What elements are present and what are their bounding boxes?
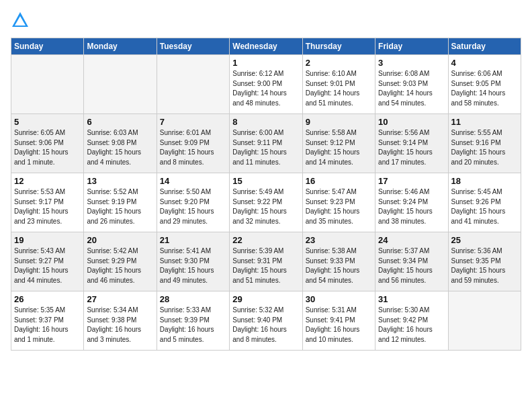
day-info: Sunrise: 6:08 AM Sunset: 9:03 PM Dayligh…: [378, 69, 445, 108]
calendar-cell: 22Sunrise: 5:39 AM Sunset: 9:31 PM Dayli…: [230, 232, 302, 291]
calendar-table: SundayMondayTuesdayWednesdayThursdayFrid…: [11, 38, 521, 351]
calendar-week-row: 5Sunrise: 6:05 AM Sunset: 9:06 PM Daylig…: [11, 114, 521, 173]
calendar-cell: 9Sunrise: 5:58 AM Sunset: 9:12 PM Daylig…: [302, 114, 375, 173]
day-info: Sunrise: 5:36 AM Sunset: 9:35 PM Dayligh…: [451, 246, 518, 285]
day-number: 1: [232, 58, 299, 68]
day-number: 13: [87, 176, 153, 186]
day-header: Monday: [84, 38, 157, 55]
day-info: Sunrise: 5:53 AM Sunset: 9:17 PM Dayligh…: [14, 187, 81, 226]
day-header: Tuesday: [157, 38, 229, 55]
day-info: Sunrise: 5:38 AM Sunset: 9:33 PM Dayligh…: [306, 246, 372, 285]
calendar-cell: 7Sunrise: 6:01 AM Sunset: 9:09 PM Daylig…: [157, 114, 229, 173]
day-number: 6: [87, 117, 153, 127]
day-info: Sunrise: 5:46 AM Sunset: 9:24 PM Dayligh…: [378, 187, 445, 226]
calendar-cell: 20Sunrise: 5:42 AM Sunset: 9:29 PM Dayli…: [84, 232, 157, 291]
day-info: Sunrise: 6:10 AM Sunset: 9:01 PM Dayligh…: [306, 69, 372, 108]
calendar-cell: 1Sunrise: 6:12 AM Sunset: 9:00 PM Daylig…: [230, 55, 302, 114]
day-info: Sunrise: 5:50 AM Sunset: 9:20 PM Dayligh…: [160, 187, 226, 226]
day-info: Sunrise: 6:00 AM Sunset: 9:11 PM Dayligh…: [232, 128, 299, 167]
day-info: Sunrise: 6:12 AM Sunset: 9:00 PM Dayligh…: [232, 69, 299, 108]
calendar-cell: 26Sunrise: 5:35 AM Sunset: 9:37 PM Dayli…: [11, 291, 84, 351]
day-header: Saturday: [448, 38, 521, 55]
day-number: 23: [306, 235, 372, 245]
day-info: Sunrise: 5:52 AM Sunset: 9:19 PM Dayligh…: [87, 187, 153, 226]
calendar-cell: 16Sunrise: 5:47 AM Sunset: 9:23 PM Dayli…: [302, 173, 375, 232]
day-number: 26: [14, 294, 81, 304]
day-number: 17: [378, 176, 445, 186]
calendar-cell: 8Sunrise: 6:00 AM Sunset: 9:11 PM Daylig…: [230, 114, 302, 173]
page-header: [11, 11, 521, 30]
calendar-cell: 3Sunrise: 6:08 AM Sunset: 9:03 PM Daylig…: [375, 55, 448, 114]
calendar-cell: 6Sunrise: 6:03 AM Sunset: 9:08 PM Daylig…: [84, 114, 157, 173]
logo-icon: [11, 11, 30, 30]
day-number: 12: [14, 176, 81, 186]
calendar-cell: 15Sunrise: 5:49 AM Sunset: 9:22 PM Dayli…: [230, 173, 302, 232]
calendar-cell: 31Sunrise: 5:30 AM Sunset: 9:42 PM Dayli…: [375, 291, 448, 351]
day-info: Sunrise: 5:35 AM Sunset: 9:37 PM Dayligh…: [14, 306, 81, 345]
day-info: Sunrise: 5:55 AM Sunset: 9:16 PM Dayligh…: [451, 128, 518, 167]
day-number: 5: [14, 117, 81, 127]
day-header: Wednesday: [230, 38, 302, 55]
day-info: Sunrise: 6:06 AM Sunset: 9:05 PM Dayligh…: [451, 69, 518, 108]
day-number: 25: [451, 235, 518, 245]
calendar-cell: [84, 55, 157, 114]
day-info: Sunrise: 5:31 AM Sunset: 9:41 PM Dayligh…: [306, 306, 372, 345]
calendar-week-row: 12Sunrise: 5:53 AM Sunset: 9:17 PM Dayli…: [11, 173, 521, 232]
day-number: 19: [14, 235, 81, 245]
calendar-cell: 27Sunrise: 5:34 AM Sunset: 9:38 PM Dayli…: [84, 291, 157, 351]
day-number: 16: [306, 176, 372, 186]
day-info: Sunrise: 6:01 AM Sunset: 9:09 PM Dayligh…: [160, 128, 226, 167]
logo: [11, 11, 31, 30]
day-info: Sunrise: 5:47 AM Sunset: 9:23 PM Dayligh…: [306, 187, 372, 226]
day-number: 4: [451, 58, 518, 68]
calendar-cell: [11, 55, 84, 114]
day-info: Sunrise: 5:30 AM Sunset: 9:42 PM Dayligh…: [378, 306, 445, 345]
day-number: 3: [378, 58, 445, 68]
day-number: 30: [306, 294, 372, 304]
day-number: 14: [160, 176, 226, 186]
day-info: Sunrise: 5:43 AM Sunset: 9:27 PM Dayligh…: [14, 246, 81, 285]
day-number: 20: [87, 235, 153, 245]
day-number: 24: [378, 235, 445, 245]
day-number: 9: [306, 117, 372, 127]
day-number: 8: [232, 117, 299, 127]
day-number: 2: [306, 58, 372, 68]
calendar-cell: 14Sunrise: 5:50 AM Sunset: 9:20 PM Dayli…: [157, 173, 229, 232]
calendar-cell: 5Sunrise: 6:05 AM Sunset: 9:06 PM Daylig…: [11, 114, 84, 173]
calendar-cell: 13Sunrise: 5:52 AM Sunset: 9:19 PM Dayli…: [84, 173, 157, 232]
day-info: Sunrise: 5:41 AM Sunset: 9:30 PM Dayligh…: [160, 246, 226, 285]
day-header: Friday: [375, 38, 448, 55]
day-number: 31: [378, 294, 445, 304]
day-info: Sunrise: 5:49 AM Sunset: 9:22 PM Dayligh…: [232, 187, 299, 226]
day-info: Sunrise: 5:32 AM Sunset: 9:40 PM Dayligh…: [232, 306, 299, 345]
calendar-cell: 17Sunrise: 5:46 AM Sunset: 9:24 PM Dayli…: [375, 173, 448, 232]
day-info: Sunrise: 5:42 AM Sunset: 9:29 PM Dayligh…: [87, 246, 153, 285]
day-number: 7: [160, 117, 226, 127]
calendar-cell: 28Sunrise: 5:33 AM Sunset: 9:39 PM Dayli…: [157, 291, 229, 351]
calendar-week-row: 19Sunrise: 5:43 AM Sunset: 9:27 PM Dayli…: [11, 232, 521, 291]
day-number: 29: [232, 294, 299, 304]
day-number: 22: [232, 235, 299, 245]
day-info: Sunrise: 5:34 AM Sunset: 9:38 PM Dayligh…: [87, 306, 153, 345]
day-number: 18: [451, 176, 518, 186]
calendar-cell: 4Sunrise: 6:06 AM Sunset: 9:05 PM Daylig…: [448, 55, 521, 114]
day-number: 27: [87, 294, 153, 304]
calendar-cell: 19Sunrise: 5:43 AM Sunset: 9:27 PM Dayli…: [11, 232, 84, 291]
day-info: Sunrise: 5:45 AM Sunset: 9:26 PM Dayligh…: [451, 187, 518, 226]
calendar-cell: 21Sunrise: 5:41 AM Sunset: 9:30 PM Dayli…: [157, 232, 229, 291]
day-number: 10: [378, 117, 445, 127]
day-info: Sunrise: 5:58 AM Sunset: 9:12 PM Dayligh…: [306, 128, 372, 167]
calendar-cell: [448, 291, 521, 351]
day-number: 15: [232, 176, 299, 186]
day-info: Sunrise: 5:39 AM Sunset: 9:31 PM Dayligh…: [232, 246, 299, 285]
day-number: 21: [160, 235, 226, 245]
calendar-cell: 10Sunrise: 5:56 AM Sunset: 9:14 PM Dayli…: [375, 114, 448, 173]
day-number: 28: [160, 294, 226, 304]
calendar-cell: 11Sunrise: 5:55 AM Sunset: 9:16 PM Dayli…: [448, 114, 521, 173]
calendar-header-row: SundayMondayTuesdayWednesdayThursdayFrid…: [11, 38, 521, 55]
calendar-cell: 30Sunrise: 5:31 AM Sunset: 9:41 PM Dayli…: [302, 291, 375, 351]
day-header: Thursday: [302, 38, 375, 55]
calendar-cell: 18Sunrise: 5:45 AM Sunset: 9:26 PM Dayli…: [448, 173, 521, 232]
day-info: Sunrise: 5:56 AM Sunset: 9:14 PM Dayligh…: [378, 128, 445, 167]
calendar-week-row: 26Sunrise: 5:35 AM Sunset: 9:37 PM Dayli…: [11, 291, 521, 351]
